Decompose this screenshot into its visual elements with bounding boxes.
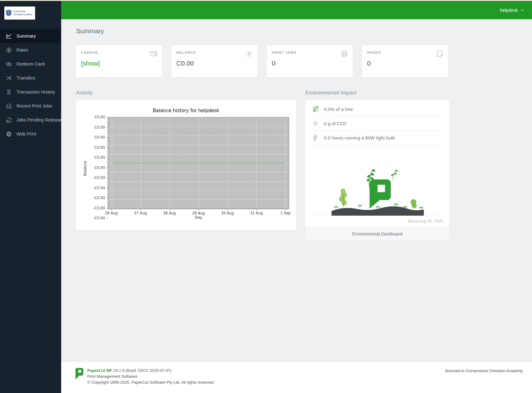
- id-card-icon: [150, 50, 158, 58]
- sidebar-item-jobs-pending-release[interactable]: Jobs Pending Release: [0, 113, 61, 127]
- printer-icon: [340, 50, 348, 58]
- card-print-jobs: PRINT JOBS0: [267, 45, 353, 77]
- y-tick-label: C0.00: [94, 135, 105, 139]
- sidebar-nav: SummaryRatesRedeem CardTransfersTransact…: [0, 29, 61, 141]
- dollar-circle-icon: [6, 47, 12, 53]
- document-clock-icon: [6, 117, 12, 123]
- redeem-card-icon: [6, 61, 12, 67]
- y-tick-label: C0.00: [94, 115, 105, 119]
- environmental-stats: 0.0% of a tree0 g of CO20.0 hours runnin…: [305, 100, 449, 145]
- content-area: Summary CARD/ID[show]BALANCEC0.00PRINT J…: [61, 19, 532, 362]
- x-tick-label: 31 Aug: [250, 211, 263, 215]
- card-value: 0: [272, 60, 348, 67]
- sidebar-item-recent-print-jobs[interactable]: Recent Print Jobs: [0, 99, 61, 113]
- chart-x-ticks: 26 Aug27 Aug28 Aug29 Aug30 Aug31 Aug1 Se…: [108, 209, 289, 215]
- sidebar-item-label: Transfers: [16, 75, 35, 80]
- y-tick-label: -C0.00: [93, 216, 105, 220]
- dollar-dashed-circle-icon: [245, 50, 253, 58]
- sidebar-item-redeem-card[interactable]: Redeem Card: [0, 57, 61, 71]
- since-date: Since Aug 26, 2025: [311, 216, 443, 227]
- card-balance: BALANCEC0.00: [171, 45, 257, 77]
- chevron-down-icon: [520, 8, 525, 12]
- x-tick-label: 26 Aug: [105, 211, 118, 215]
- user-menu[interactable]: helpdesk: [500, 8, 525, 13]
- chart-line-icon: [6, 33, 12, 39]
- page-icon: [436, 50, 444, 58]
- sidebar-item-label: Recent Print Jobs: [16, 103, 52, 108]
- env-row-text: 0 g of CO2: [324, 121, 347, 126]
- chart-x-axis-label: Day: [108, 215, 289, 220]
- top-bar: helpdesk: [61, 1, 532, 19]
- chart-title: Balance history for helpdesk: [83, 108, 289, 113]
- y-tick-label: -C0.00: [93, 186, 105, 190]
- y-tick-label: C0.00: [94, 166, 105, 170]
- globe-icon: [6, 131, 12, 137]
- x-tick-label: 29 Aug: [192, 211, 205, 215]
- user-menu-label: helpdesk: [500, 8, 518, 13]
- sidebar-item-label: Jobs Pending Release: [16, 117, 61, 122]
- product-version-line: PaperCut MF 24.1.9 (Build 73372 2025-07-…: [87, 368, 215, 374]
- sidebar: Cornerstone Christian Academy SummaryRat…: [0, 1, 61, 393]
- license-text: licensed to Cornerstone Christian Academ…: [445, 368, 523, 386]
- sidebar-item-label: Rates: [16, 48, 28, 53]
- sidebar-item-transfers[interactable]: Transfers: [0, 71, 61, 85]
- sidebar-item-label: Transaction History: [16, 89, 55, 94]
- env-row-0-0-hours-running-a-60w-light-bulb: 0.0 hours running a 60W light bulb: [311, 131, 443, 145]
- environmental-impact-panel: 0.0% of a tree0 g of CO20.0 hours runnin…: [305, 100, 449, 240]
- leaf-icon: [311, 105, 319, 113]
- y-tick-label: C0.00: [94, 145, 105, 150]
- chart-y-axis-label: Balance: [83, 161, 87, 176]
- y-tick-label: -C0.00: [93, 206, 105, 210]
- sidebar-item-transaction-history[interactable]: Transaction History: [0, 85, 61, 99]
- org-shield-icon: [6, 9, 12, 17]
- hourglass-icon: [6, 89, 12, 95]
- x-tick-label: 1 Sep: [280, 211, 291, 215]
- env-row-text: 0.0% of a tree: [324, 107, 353, 112]
- card-value: 0: [367, 60, 443, 67]
- card-label: CARD/ID: [81, 51, 157, 54]
- product-tagline: Print Management Software: [87, 374, 215, 380]
- org-name: Cornerstone Christian Academy: [13, 10, 33, 16]
- env-row-text: 0.0 hours running a 60W light bulb: [324, 135, 395, 140]
- chart-plot-area: [108, 117, 289, 209]
- x-tick-label: 27 Aug: [134, 211, 147, 215]
- y-tick-label: C0.00: [94, 125, 105, 130]
- energy-bolt-icon: [311, 134, 319, 142]
- sidebar-item-summary[interactable]: Summary: [0, 29, 61, 43]
- product-name: PaperCut MF: [87, 368, 112, 373]
- product-version: 24.1.9 (Build 73372 2025-07-07): [113, 368, 171, 373]
- card-label: BALANCE: [176, 51, 252, 54]
- co2-steam-icon: [311, 120, 319, 127]
- sidebar-item-label: Summary: [16, 34, 36, 39]
- balance-history-chart: Balance history for helpdesk Balance C0.…: [76, 100, 296, 230]
- env-row-0-0-of-a-tree: 0.0% of a tree: [311, 102, 443, 117]
- card-pages: PAGES0: [362, 45, 448, 77]
- environmental-dashboard-link[interactable]: Environmental Dashboard: [305, 227, 449, 240]
- card-label: PRINT JOBS: [272, 51, 348, 54]
- copyright-line: © Copyright 1999-2025. PaperCut Software…: [87, 380, 215, 386]
- sidebar-item-rates[interactable]: Rates: [0, 43, 61, 57]
- x-tick-label: 28 Aug: [163, 211, 176, 215]
- y-tick-label: -C0.00: [93, 176, 105, 180]
- environmental-impact-heading: Environmental Impact: [305, 90, 449, 96]
- summary-cards: CARD/ID[show]BALANCEC0.00PRINT JOBS0PAGE…: [76, 45, 448, 77]
- env-row-0-g-of-co2: 0 g of CO2: [311, 117, 443, 131]
- sidebar-item-label: Web Print: [16, 131, 36, 136]
- y-tick-label: C0.00: [94, 155, 105, 160]
- card-value-show-link[interactable]: [show]: [81, 60, 157, 67]
- org-logo: Cornerstone Christian Academy: [4, 7, 35, 20]
- page-footer: PaperCut MF 24.1.9 (Build 73372 2025-07-…: [61, 362, 532, 393]
- sidebar-item-web-print[interactable]: Web Print: [0, 127, 61, 141]
- sidebar-item-label: Redeem Card: [16, 62, 44, 66]
- chart-y-ticks: C0.00C0.00C0.00C0.00C0.00C0.00-C0.00-C0.…: [89, 117, 108, 218]
- card-label: PAGES: [367, 51, 443, 54]
- print-jobs-tray-icon: [6, 103, 12, 109]
- page-title: Summary: [76, 27, 523, 35]
- activity-heading: Activity: [76, 90, 296, 96]
- y-tick-label: -C0.00: [93, 196, 105, 200]
- papercut-plants-illustration: [305, 145, 449, 216]
- shuffle-arrows-icon: [6, 75, 12, 81]
- card-value: C0.00: [176, 60, 252, 67]
- papercut-logo-icon: [75, 368, 83, 380]
- card-card-id: CARD/ID[show]: [76, 45, 162, 77]
